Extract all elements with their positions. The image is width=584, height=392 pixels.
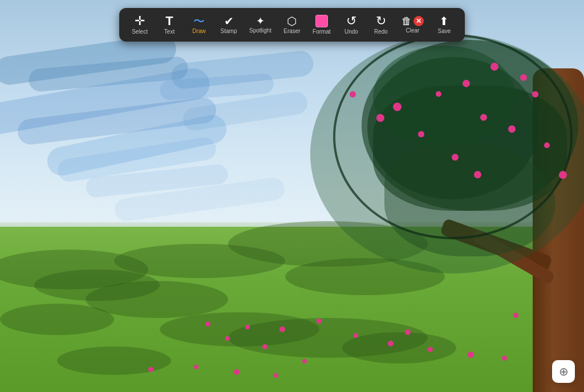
select-label: Select	[132, 28, 148, 35]
text-label: Text	[164, 28, 175, 35]
add-icon: ⊕	[559, 365, 569, 378]
eraser-label: Eraser	[283, 28, 300, 34]
eraser-icon: ⬡	[287, 15, 297, 27]
flower-13	[350, 91, 356, 97]
ground-shadow-10	[57, 346, 171, 375]
foliage-outline	[333, 34, 573, 239]
trash-icon: 🗑	[402, 16, 412, 26]
save-icon: ⬆	[439, 15, 449, 27]
clear-x-icon: ✕	[413, 16, 424, 26]
flower-5	[436, 91, 441, 97]
petal-10	[225, 336, 230, 341]
select-tool[interactable]: ✛ Select	[126, 13, 153, 37]
flower-1	[520, 74, 527, 81]
flower-14	[474, 171, 481, 178]
petal-5	[354, 333, 358, 338]
ground-shadow-5	[0, 304, 114, 335]
flower-10	[376, 114, 384, 122]
petal-6	[388, 341, 394, 346]
flower-3	[532, 91, 538, 97]
draw-tool[interactable]: 〜 Draw	[185, 13, 213, 36]
ground-shadow-11	[342, 332, 456, 364]
stamp-tool[interactable]: ✔ Stamp	[215, 13, 242, 36]
petal-17	[274, 373, 278, 378]
format-label: Format	[313, 28, 331, 35]
select-icon: ✛	[135, 15, 145, 27]
undo-tool[interactable]: ↺ Undo	[338, 13, 365, 37]
flower-12	[452, 154, 459, 161]
petal-15	[194, 365, 198, 369]
clear-label: Clear	[406, 27, 420, 34]
petal-7	[428, 347, 433, 352]
petal-12	[302, 359, 307, 364]
stamp-icon: ✔	[224, 15, 234, 27]
petal-1	[205, 321, 210, 326]
text-icon: T	[165, 15, 173, 27]
petal-9	[502, 356, 507, 361]
save-label: Save	[438, 28, 451, 34]
eraser-tool[interactable]: ⬡ Eraser	[278, 13, 306, 36]
flower-6	[393, 103, 402, 111]
redo-tool[interactable]: ↻ Redo	[367, 13, 395, 37]
petal-13	[405, 329, 411, 335]
format-tool[interactable]: Format	[308, 13, 335, 37]
petal-8	[468, 352, 474, 358]
petal-18	[148, 367, 153, 372]
stamp-label: Stamp	[221, 28, 237, 34]
add-button[interactable]: ⊕	[552, 360, 575, 383]
petal-2	[245, 325, 250, 329]
undo-icon: ↺	[346, 15, 356, 27]
flower-8	[508, 125, 516, 133]
toolbar: ✛ Select T Text 〜 Draw ✔ Stamp ✦ Spotlig…	[119, 8, 465, 42]
petal-4	[317, 318, 322, 324]
flower-15	[559, 171, 567, 179]
save-tool[interactable]: ⬆ Save	[431, 13, 458, 36]
petal-11	[262, 344, 267, 349]
draw-icon: 〜	[193, 15, 205, 27]
spotlight-tool[interactable]: ✦ Spotlight	[245, 14, 276, 36]
flower-11	[544, 142, 550, 148]
petal-14	[513, 313, 518, 318]
flower-4	[463, 80, 470, 87]
flower-2	[490, 63, 498, 71]
petal-16	[234, 369, 240, 375]
spotlight-icon: ✦	[256, 16, 265, 26]
undo-label: Undo	[344, 28, 358, 35]
flower-7	[480, 114, 487, 121]
format-color-swatch	[315, 15, 328, 27]
flower-9	[418, 131, 424, 137]
spotlight-label: Spotlight	[249, 27, 271, 34]
draw-label: Draw	[192, 28, 205, 34]
canvas[interactable]	[0, 0, 584, 392]
petal-3	[279, 326, 285, 332]
clear-tool[interactable]: 🗑 ✕ Clear	[397, 14, 428, 36]
redo-icon: ↻	[376, 15, 386, 27]
redo-label: Redo	[374, 28, 388, 35]
text-tool[interactable]: T Text	[156, 13, 183, 37]
